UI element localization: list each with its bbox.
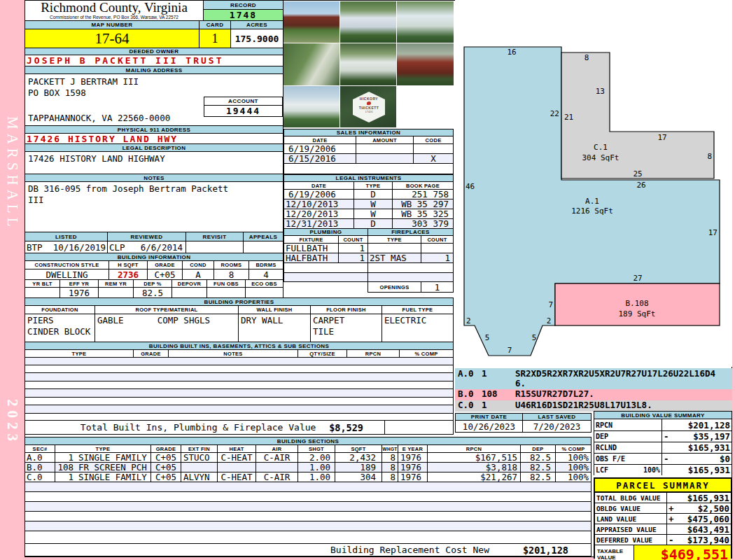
listed-value: BTP10/16/2019	[25, 241, 108, 253]
revisit-label: REVISIT	[186, 232, 244, 241]
col-fireplace-count: COUNT	[421, 236, 453, 243]
sale-row: 6/15/2016 X	[284, 153, 453, 163]
col-fireplace-type: TYPE	[368, 236, 421, 243]
building-properties-table: FOUNDATION ROOF TYPE/MATERIAL WALL FINIS…	[24, 305, 454, 342]
built-ins-empty-row	[25, 357, 453, 365]
col-air: AIR	[256, 445, 298, 452]
section-empty-row	[25, 521, 591, 531]
sign-board: HICKORY THICKETT 17426	[353, 92, 385, 122]
notes-line-1: DB 316-095 from Joseph Bertram Packett	[28, 183, 280, 195]
floor-finish-value: CARPET TILE	[311, 314, 382, 342]
last-saved-value: 7/20/2023	[522, 420, 592, 433]
photo-farmhouse[interactable]	[284, 86, 340, 127]
map-number-value: 17-64	[24, 29, 200, 48]
eco-obs	[246, 288, 283, 298]
photo-white-cottage-rear[interactable]	[340, 43, 396, 85]
section-empty-row	[25, 482, 591, 491]
property-record-card: { "colors": { "header_bar": "#ADD8E6", "…	[0, 0, 735, 560]
col-depovr: DEPOVR	[172, 280, 207, 287]
plumbing-empty-row	[284, 272, 453, 281]
col-dep-pct: DEP %	[134, 280, 172, 287]
col-hsqft: H SQFT	[109, 261, 148, 269]
col-sale-date: DATE	[284, 136, 356, 144]
parcel-summary-row: LAND VALUE +$475,060	[595, 513, 731, 524]
card-value: 1	[199, 29, 231, 48]
wall-finish-value: DRY WALL	[239, 314, 311, 342]
taxable-value-label: TAXABLEVALUE	[595, 545, 634, 560]
svg-text:1216 SqFt: 1216 SqFt	[571, 206, 613, 216]
section-empty-row	[25, 511, 591, 521]
svg-text:C.1: C.1	[594, 143, 608, 152]
legal-description-value: 17426 HISTORY LAND HIGHWAY	[24, 151, 284, 174]
svg-text:17: 17	[708, 228, 718, 237]
svg-text:16: 16	[507, 48, 516, 57]
photo-red-shed[interactable]	[397, 43, 454, 85]
parcel-summary-row: TOTAL BLDG VALUE $165,931	[595, 492, 731, 503]
instrument-row: 12/20/2013 W WB 35 325	[284, 209, 453, 218]
svg-text:8: 8	[707, 152, 712, 161]
col-shgt: SHGT	[298, 445, 335, 452]
depovr	[172, 288, 207, 298]
col-whgt: WHGT	[382, 445, 398, 452]
review-table: LISTED REVIEWED REVISIT APPEALS BTP10/16…	[24, 232, 284, 253]
col-fun-obs: FUN OBS	[207, 280, 246, 287]
col-cond: COND	[183, 261, 214, 269]
parcel-summary-row: OBLDG VALUE +$2,500	[595, 503, 731, 513]
replacement-cost-row: Building Replacement Cost New $201,128	[24, 543, 592, 556]
photo-white-cottage[interactable]	[397, 1, 454, 43]
replacement-cost-value: $201,128	[523, 545, 568, 556]
record-value: 1748	[203, 9, 284, 21]
svg-text:21: 21	[564, 113, 573, 122]
parcel-summary-row: DEFERRED VALUE -$173,940	[595, 534, 731, 545]
col-bdrms: BDRMS	[249, 261, 283, 269]
col-yr-blt: YR BLT	[25, 280, 60, 287]
foundation-value: PIERS CINDER BLOCK	[25, 314, 95, 342]
col-fixture: FIXTURE	[284, 236, 339, 243]
svg-text:189 SqFt: 189 SqFt	[619, 309, 656, 318]
svg-text:7: 7	[548, 300, 553, 309]
svg-text:25: 25	[633, 169, 642, 178]
instrument-row: 6/19/2006 D 251 758	[284, 189, 453, 199]
photo-two-story-house[interactable]	[340, 1, 396, 43]
photo-grid: HICKORY THICKETT 17426	[284, 1, 454, 127]
svg-text:17: 17	[657, 133, 666, 142]
sale-row-empty	[284, 163, 453, 174]
col-sec-type: TYPE	[55, 445, 151, 452]
svg-text:5: 5	[485, 333, 490, 342]
appeals-label: APPEALS	[244, 232, 283, 241]
built-ins-empty-row	[25, 372, 453, 381]
account-value: 19444	[204, 105, 283, 117]
legend-row-b: B.0108R15SU7R27D7L27.	[455, 389, 732, 400]
print-date-value: 10/26/2023	[455, 420, 523, 433]
col-sec-dep: DEP	[521, 445, 556, 452]
svg-text:46: 46	[465, 182, 475, 191]
county-subtitle: Commissioner of the Revenue, PO Box 366,…	[25, 15, 203, 20]
built-ins-empty-row	[25, 405, 453, 413]
dep-pct: 82.5	[134, 288, 172, 298]
col-sec-comp: % COMP	[556, 445, 591, 452]
svg-text:13: 13	[596, 87, 605, 96]
photo-red-barn[interactable]	[284, 1, 340, 43]
taxable-value: $469,551	[634, 545, 731, 560]
instrument-row: 12/31/2013 D 303 379	[284, 218, 453, 228]
mailing-line-1: PACKETT J BERTRAM III	[28, 76, 139, 87]
notes-box: DB 316-095 from Joseph Bertram Packett I…	[24, 181, 284, 232]
sales-table: DATE AMOUNT CODE 6/19/2006 6/15/2016 X	[284, 136, 454, 174]
photo-outbuilding-trees[interactable]	[284, 43, 340, 85]
col-floor-finish: FLOOR FINISH	[311, 306, 382, 314]
roof-value: GABLECOMP SHGLS	[95, 314, 239, 342]
svg-text:22: 22	[550, 109, 559, 118]
legend-row-a: A.01SR2XD5R2XR7XR2U5XR2U7R27U17L26U22L16…	[455, 368, 732, 389]
reviewed-value: CLP6/6/2014	[108, 241, 186, 253]
col-bi-qty: QTY/SIZE	[298, 350, 347, 357]
col-bi-grade: GRADE	[134, 350, 169, 357]
legend-row-c: C.01U46R16D1SD21R25U8L17U13L8.	[455, 400, 732, 412]
mailing-line-2: PO BOX 1598	[28, 88, 86, 98]
col-fuel-type: FUEL TYPE	[382, 306, 453, 314]
listed-label: LISTED	[25, 232, 108, 241]
photo-hickory-thickett-sign[interactable]: HICKORY THICKETT 17426	[340, 86, 396, 127]
col-rooms: ROOMS	[214, 261, 249, 269]
section-row: B.0 108FR SCREEN PCH C+05 1.00 189 8 197…	[25, 462, 591, 472]
built-ins-total-row: Total Built Ins, Plumbing & Fireplace Va…	[24, 420, 385, 435]
acres-value: 175.9000	[230, 29, 284, 48]
